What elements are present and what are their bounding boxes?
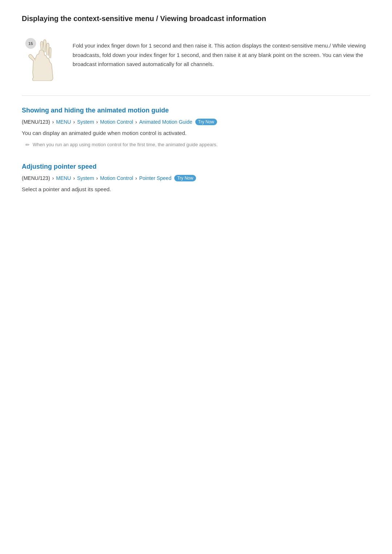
breadcrumb-menu-2[interactable]: MENU: [56, 175, 71, 181]
section-divider: [22, 95, 370, 96]
breadcrumb-sep3-1: ›: [96, 119, 98, 125]
intro-section: 15 Fold your index finger down for 1 sec…: [22, 37, 370, 81]
animated-guide-heading: Showing and hiding the animated motion g…: [22, 107, 370, 114]
svg-text:15: 15: [28, 41, 33, 46]
try-now-badge-2[interactable]: Try Now: [174, 175, 196, 181]
animated-guide-section: Showing and hiding the animated motion g…: [22, 107, 370, 148]
pointer-speed-breadcrumb: (MENU/123) › MENU › System › Motion Cont…: [22, 175, 370, 181]
animated-guide-note: ✏ When you run an app using motion contr…: [25, 141, 370, 148]
breadcrumb-menu-1[interactable]: MENU: [56, 119, 71, 125]
pointer-speed-description: Select a pointer and adjust its speed.: [22, 185, 370, 194]
breadcrumb-sep3-2: ›: [96, 175, 98, 181]
breadcrumb-menu123-2: (MENU/123): [22, 175, 50, 181]
animated-guide-note-text: When you run an app using motion control…: [33, 141, 217, 148]
animated-guide-breadcrumb: (MENU/123) › MENU › System › Motion Cont…: [22, 119, 370, 125]
breadcrumb-motion-control-1[interactable]: Motion Control: [100, 119, 133, 125]
animated-guide-description: You can display an animated guide when m…: [22, 129, 370, 138]
breadcrumb-sep4-2: ›: [135, 175, 137, 181]
breadcrumb-menu123-1: (MENU/123): [22, 119, 50, 125]
breadcrumb-sep2-2: ›: [73, 175, 75, 181]
breadcrumb-animated-guide[interactable]: Animated Motion Guide: [139, 119, 192, 125]
breadcrumb-sep1-1: ›: [52, 119, 54, 125]
breadcrumb-sep4-1: ›: [135, 119, 137, 125]
pointer-speed-section: Adjusting pointer speed (MENU/123) › MEN…: [22, 163, 370, 194]
hand-icon: 15: [22, 37, 62, 81]
try-now-badge-1[interactable]: Try Now: [195, 119, 217, 125]
breadcrumb-system-1[interactable]: System: [77, 119, 94, 125]
pointer-speed-heading: Adjusting pointer speed: [22, 163, 370, 171]
page-title: Displaying the context-sensitive menu / …: [22, 15, 370, 26]
breadcrumb-pointer-speed[interactable]: Pointer Speed: [139, 175, 171, 181]
breadcrumb-sep2-1: ›: [73, 119, 75, 125]
breadcrumb-sep1-2: ›: [52, 175, 54, 181]
pencil-icon: ✏: [25, 142, 30, 148]
intro-description: Fold your index finger down for 1 second…: [73, 37, 370, 69]
breadcrumb-system-2[interactable]: System: [77, 175, 94, 181]
breadcrumb-motion-control-2[interactable]: Motion Control: [100, 175, 133, 181]
